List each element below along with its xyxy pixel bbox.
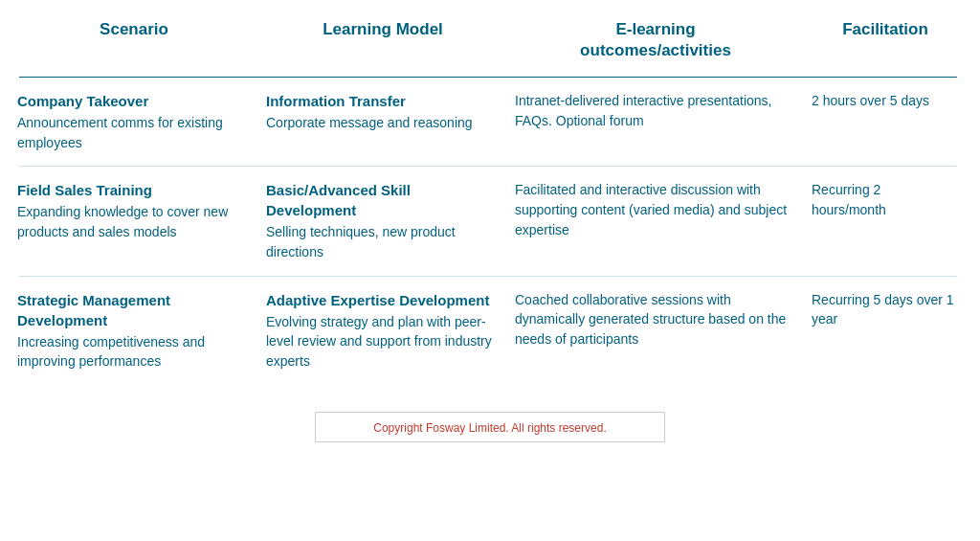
table-row: Strategic Management Development Increas…: [10, 277, 258, 385]
row3-col4-sub: Recurring 5 days over 1 year: [812, 292, 954, 327]
header-facilitation: Facilitation: [804, 10, 967, 77]
row2-col3-sub: Facilitated and interactive discussion w…: [515, 182, 787, 237]
table-grid: Scenario Learning Model E-learningoutcom…: [10, 10, 970, 385]
row1-col2-sub: Corporate message and reasoning: [266, 115, 473, 130]
table-row: Information Transfer Corporate message a…: [258, 78, 507, 166]
row1-col1-sub: Announcement comms for existing employee…: [17, 115, 223, 150]
row1-col1-title: Company Takeover: [17, 91, 247, 111]
table-row: Intranet-delivered interactive presentat…: [507, 78, 804, 166]
row1-col2-title: Information Transfer: [266, 91, 496, 111]
footer: Copyright Fosway Limited. All rights res…: [10, 404, 970, 450]
header-elearning: E-learningoutcomes/activities: [507, 10, 804, 77]
row3-col2-title: Adaptive Expertise Development: [266, 290, 496, 310]
table-row: Recurring 5 days over 1 year: [804, 277, 967, 385]
footer-text: Copyright Fosway Limited. All rights res…: [373, 421, 606, 435]
row2-col1-sub: Expanding knowledge to cover new product…: [17, 204, 228, 239]
table-row: Company Takeover Announcement comms for …: [10, 78, 258, 166]
table-row: Field Sales Training Expanding knowledge…: [10, 167, 258, 275]
table-row: Facilitated and interactive discussion w…: [507, 167, 804, 275]
header-scenario: Scenario: [10, 10, 258, 77]
row2-col1-title: Field Sales Training: [17, 180, 247, 200]
row1-col4-sub: 2 hours over 5 days: [812, 93, 929, 108]
row3-col1-title: Strategic Management Development: [17, 290, 247, 330]
table-row: 2 hours over 5 days: [804, 78, 967, 166]
table-row: Coached collaborative sessions with dyna…: [507, 277, 804, 385]
row2-col2-sub: Selling techniques, new product directio…: [266, 224, 456, 259]
row1-col3-sub: Intranet-delivered interactive presentat…: [515, 93, 771, 128]
table-row: Adaptive Expertise Development Evolving …: [258, 277, 507, 385]
row3-col1-sub: Increasing competitiveness and improving…: [17, 334, 205, 370]
header-learning-model: Learning Model: [258, 10, 507, 77]
table-row: Basic/Advanced Skill Development Selling…: [258, 167, 507, 275]
row3-col3-sub: Coached collaborative sessions with dyna…: [515, 292, 786, 347]
main-table: Scenario Learning Model E-learningoutcom…: [0, 0, 980, 488]
footer-box: Copyright Fosway Limited. All rights res…: [315, 412, 664, 442]
table-row: Recurring 2 hours/month: [804, 167, 967, 275]
row3-col2-sub: Evolving strategy and plan with peer-lev…: [266, 314, 492, 369]
row2-col4-sub: Recurring 2 hours/month: [812, 182, 886, 217]
row2-col2-title: Basic/Advanced Skill Development: [266, 180, 496, 220]
